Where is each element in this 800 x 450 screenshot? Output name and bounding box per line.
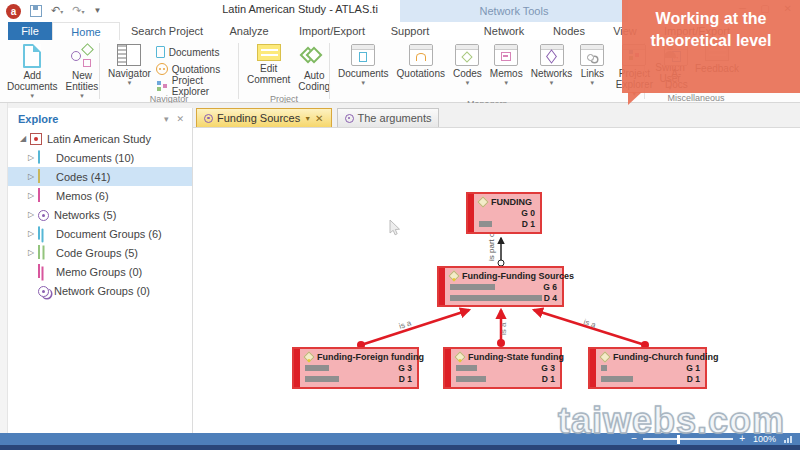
documents-manager-button[interactable]: Documents ▼ — [335, 42, 392, 88]
expand-arrow-icon[interactable]: ▷ — [28, 191, 38, 200]
navigator-icon — [117, 44, 141, 66]
memo-icon — [38, 188, 40, 202]
code-icon — [448, 270, 459, 281]
auto-coding-icon — [301, 44, 327, 68]
tab-network[interactable]: Network — [468, 22, 540, 40]
density-bar — [450, 295, 542, 301]
code-icon — [477, 196, 488, 207]
expand-arrow-icon[interactable]: ▷ — [28, 229, 38, 238]
navigator-button[interactable]: Navigator ▼ — [105, 42, 154, 88]
code-icon — [454, 351, 465, 362]
project-icon — [30, 133, 42, 145]
tab-close-icon[interactable]: ✕ — [315, 113, 323, 124]
explore-panel: Explore ▾ ✕ ◢ Latin American Study ▷ Doc… — [8, 108, 193, 433]
new-entities-button[interactable]: New Entities ▼ — [63, 42, 102, 101]
groundedness-bar — [450, 284, 495, 290]
ribbon-group-navigator: Navigator ▼ Documents Quotations Project… — [101, 40, 237, 102]
project-explorer-icon — [156, 80, 168, 92]
zoom-bars-icon — [784, 436, 792, 443]
tree-item-memos[interactable]: ▷ Memos (6) — [8, 186, 192, 205]
node-state-funding[interactable]: Funding-State funding G 3 D 1 — [443, 347, 562, 389]
expand-arrow-icon[interactable]: ◢ — [20, 134, 30, 143]
quotations-manager-button[interactable]: Quotations — [394, 42, 448, 81]
tab-home[interactable]: Home — [52, 22, 120, 40]
add-documents-button[interactable]: Add Documents ▼ — [4, 42, 61, 101]
atlas-ti-window: a ↶▾ ↷▾ ▼ Latin American Study - ATLAS.t… — [0, 0, 800, 450]
tree-item-code-groups[interactable]: ▷ Code Groups (5) — [8, 243, 192, 262]
tree-item-networks[interactable]: ▷ Networks (5) — [8, 205, 192, 224]
edge-is-a-foreign[interactable] — [361, 310, 469, 345]
links-manager-icon — [580, 44, 604, 66]
networks-manager-button[interactable]: Networks ▼ — [528, 42, 576, 88]
code-icon — [38, 169, 40, 183]
explore-panel-title: Explore — [18, 113, 156, 125]
tree-item-memo-groups[interactable]: Memo Groups (0) — [8, 262, 192, 281]
customize-toolbar-icon[interactable]: ▼ — [93, 3, 101, 19]
groundedness-bar — [601, 365, 607, 371]
documents-manager-icon — [351, 44, 375, 66]
density-bar — [479, 221, 492, 227]
expand-arrow-icon[interactable]: ▷ — [28, 172, 38, 181]
tree-item-network-groups[interactable]: Network Groups (0) — [8, 281, 192, 300]
tab-import-export[interactable]: Import/Export — [284, 22, 380, 40]
panel-close-icon[interactable]: ✕ — [176, 114, 184, 124]
edit-comment-button[interactable]: Edit Comment — [244, 42, 293, 87]
panel-menu-icon[interactable]: ▾ — [164, 114, 169, 124]
chevron-down-icon: ▼ — [589, 80, 595, 86]
code-group-icon — [38, 245, 40, 259]
tree-item-documents[interactable]: ▷ Documents (10) — [8, 148, 192, 167]
tab-search-project[interactable]: Search Project — [120, 22, 214, 40]
tab-menu-icon[interactable]: ▼ — [304, 115, 311, 122]
tab-support[interactable]: Support — [380, 22, 440, 40]
undo-icon[interactable]: ↶▾ — [51, 2, 63, 20]
network-icon — [38, 210, 49, 221]
tab-funding-sources[interactable]: Funding Sources ▼ ✕ — [196, 108, 332, 127]
edge-label-is-a: is a — [499, 322, 508, 335]
network-canvas[interactable]: is part of is a is a is a FUNDING — [193, 128, 800, 433]
save-icon[interactable] — [30, 5, 42, 17]
links-manager-button[interactable]: Links ▼ — [577, 42, 607, 88]
tree-item-document-groups[interactable]: ▷ Document Groups (6) — [8, 224, 192, 243]
ribbon-group-new: Add Documents ▼ New Entities ▼ New — [0, 40, 98, 102]
auto-coding-button[interactable]: Auto Coding — [295, 42, 333, 94]
chevron-down-icon: ▼ — [549, 80, 555, 86]
tip-overlay-text: Working at the theoretical level — [651, 10, 772, 49]
expand-arrow-icon[interactable]: ▷ — [28, 210, 38, 219]
mouse-cursor — [390, 220, 400, 235]
network-icon — [345, 114, 354, 123]
ribbon-group-project: Edit Comment Auto Coding Project — [240, 40, 328, 102]
tree-item-codes[interactable]: ▷ Codes (41) — [8, 167, 192, 186]
bottom-strip — [0, 445, 800, 450]
edge-label-is-part-of: is part of — [487, 230, 496, 261]
node-foreign-funding[interactable]: Funding-Foreign funding G 3 D 1 — [292, 347, 419, 389]
node-funding[interactable]: FUNDING G 0 D 1 — [466, 192, 542, 234]
chevron-down-icon: ▼ — [126, 80, 132, 86]
memo-group-icon — [38, 264, 40, 278]
navigator-project-explorer-button[interactable]: Project Explorer — [156, 78, 233, 94]
node-church-funding[interactable]: Funding-Church funding G 1 D 1 — [588, 347, 707, 389]
network-editor: Funding Sources ▼ ✕ The arguments — [193, 108, 800, 433]
density-bar — [601, 376, 633, 382]
memos-manager-button[interactable]: Memos ▼ — [487, 42, 526, 88]
navigator-documents-button[interactable]: Documents — [156, 44, 233, 60]
expand-arrow-icon[interactable]: ▷ — [28, 153, 38, 162]
document-group-icon — [38, 226, 40, 240]
codes-manager-button[interactable]: Codes ▼ — [450, 42, 485, 88]
tab-file[interactable]: File — [8, 22, 52, 40]
tree-item-project[interactable]: ◢ Latin American Study — [8, 129, 192, 148]
network-tools-header: Network Tools — [400, 0, 628, 22]
edge-source-dot — [497, 339, 505, 347]
node-color-stripe — [439, 268, 445, 305]
watermark: taiwebs.com — [558, 400, 785, 442]
node-funding-sources[interactable]: Funding-Funding Sources G 6 D 4 — [437, 266, 564, 307]
tip-overlay: Working at the theoretical level — [622, 0, 800, 93]
tab-analyze[interactable]: Analyze — [214, 22, 284, 40]
code-icon — [303, 351, 314, 362]
tab-the-arguments[interactable]: The arguments — [337, 108, 440, 127]
quotations-manager-icon — [409, 44, 433, 66]
document-icon — [38, 150, 40, 164]
tab-nodes[interactable]: Nodes — [540, 22, 598, 40]
expand-arrow-icon[interactable]: ▷ — [28, 248, 38, 257]
new-entities-icon — [70, 44, 94, 68]
redo-icon[interactable]: ↷▾ — [72, 2, 84, 20]
